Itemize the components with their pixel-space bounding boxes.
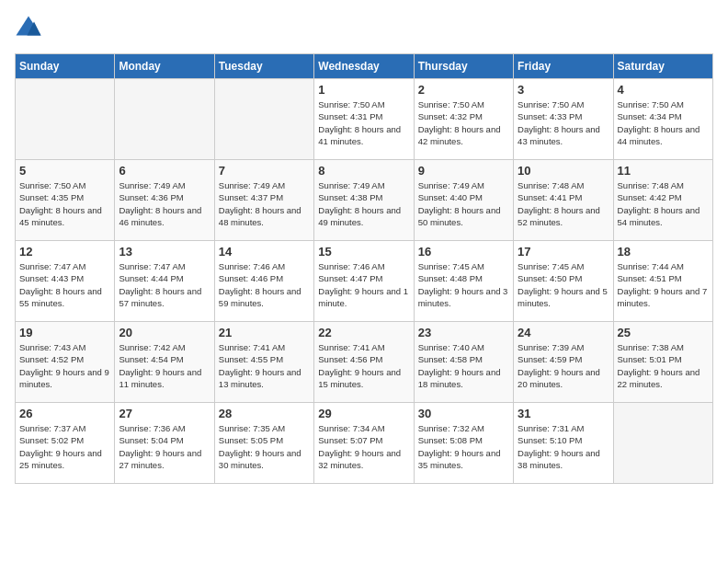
weekday-header-thursday: Thursday — [414, 54, 513, 79]
day-info: Sunrise: 7:41 AM Sunset: 4:56 PM Dayligh… — [318, 341, 409, 390]
day-info: Sunrise: 7:44 AM Sunset: 4:51 PM Dayligh… — [618, 260, 709, 309]
day-info: Sunrise: 7:50 AM Sunset: 4:32 PM Dayligh… — [418, 98, 509, 147]
calendar-cell — [16, 79, 115, 160]
day-number: 23 — [418, 326, 509, 339]
calendar-cell: 22Sunrise: 7:41 AM Sunset: 4:56 PM Dayli… — [314, 322, 414, 403]
calendar-cell: 17Sunrise: 7:45 AM Sunset: 4:50 PM Dayli… — [514, 241, 613, 322]
calendar-cell: 18Sunrise: 7:44 AM Sunset: 4:51 PM Dayli… — [613, 241, 712, 322]
weekday-header-saturday: Saturday — [613, 54, 712, 79]
calendar-cell: 2Sunrise: 7:50 AM Sunset: 4:32 PM Daylig… — [414, 79, 513, 160]
calendar-cell: 4Sunrise: 7:50 AM Sunset: 4:34 PM Daylig… — [613, 79, 712, 160]
day-number: 18 — [618, 245, 709, 259]
day-number: 7 — [219, 164, 310, 178]
day-number: 3 — [518, 83, 609, 97]
weekday-header-monday: Monday — [115, 54, 214, 79]
day-info: Sunrise: 7:46 AM Sunset: 4:46 PM Dayligh… — [219, 260, 310, 309]
calendar-cell: 6Sunrise: 7:49 AM Sunset: 4:36 PM Daylig… — [115, 160, 214, 241]
calendar-cell: 25Sunrise: 7:38 AM Sunset: 5:01 PM Dayli… — [613, 322, 712, 403]
day-info: Sunrise: 7:37 AM Sunset: 5:02 PM Dayligh… — [19, 422, 110, 471]
calendar-cell: 21Sunrise: 7:41 AM Sunset: 4:55 PM Dayli… — [214, 322, 313, 403]
week-row-4: 19Sunrise: 7:43 AM Sunset: 4:52 PM Dayli… — [16, 322, 713, 403]
week-row-2: 5Sunrise: 7:50 AM Sunset: 4:35 PM Daylig… — [16, 160, 713, 241]
calendar-cell: 15Sunrise: 7:46 AM Sunset: 4:47 PM Dayli… — [314, 241, 414, 322]
day-number: 26 — [19, 407, 110, 420]
calendar-cell — [214, 79, 313, 160]
day-number: 6 — [119, 164, 210, 178]
weekday-header-tuesday: Tuesday — [214, 54, 313, 79]
weekday-header-row: SundayMondayTuesdayWednesdayThursdayFrid… — [16, 54, 713, 79]
day-number: 9 — [418, 164, 509, 178]
day-number: 30 — [418, 407, 509, 420]
week-row-5: 26Sunrise: 7:37 AM Sunset: 5:02 PM Dayli… — [16, 403, 713, 484]
calendar-cell: 29Sunrise: 7:34 AM Sunset: 5:07 PM Dayli… — [314, 403, 414, 484]
day-number: 11 — [618, 164, 709, 178]
calendar-cell: 16Sunrise: 7:45 AM Sunset: 4:48 PM Dayli… — [414, 241, 513, 322]
day-info: Sunrise: 7:48 AM Sunset: 4:42 PM Dayligh… — [618, 179, 709, 228]
day-info: Sunrise: 7:49 AM Sunset: 4:36 PM Dayligh… — [119, 179, 210, 228]
day-number: 17 — [518, 245, 609, 259]
week-row-3: 12Sunrise: 7:47 AM Sunset: 4:43 PM Dayli… — [16, 241, 713, 322]
calendar-cell: 26Sunrise: 7:37 AM Sunset: 5:02 PM Dayli… — [16, 403, 115, 484]
day-number: 4 — [618, 83, 709, 97]
day-info: Sunrise: 7:49 AM Sunset: 4:38 PM Dayligh… — [318, 179, 409, 228]
day-number: 19 — [19, 326, 110, 339]
day-info: Sunrise: 7:34 AM Sunset: 5:07 PM Dayligh… — [318, 422, 409, 471]
calendar-cell: 11Sunrise: 7:48 AM Sunset: 4:42 PM Dayli… — [613, 160, 712, 241]
day-number: 25 — [618, 326, 709, 339]
day-number: 28 — [219, 407, 310, 420]
day-info: Sunrise: 7:39 AM Sunset: 4:59 PM Dayligh… — [518, 341, 609, 390]
calendar-cell: 9Sunrise: 7:49 AM Sunset: 4:40 PM Daylig… — [414, 160, 513, 241]
weekday-header-wednesday: Wednesday — [314, 54, 414, 79]
day-info: Sunrise: 7:47 AM Sunset: 4:43 PM Dayligh… — [19, 260, 110, 309]
calendar-cell: 10Sunrise: 7:48 AM Sunset: 4:41 PM Dayli… — [514, 160, 613, 241]
day-info: Sunrise: 7:47 AM Sunset: 4:44 PM Dayligh… — [119, 260, 210, 309]
day-info: Sunrise: 7:41 AM Sunset: 4:55 PM Dayligh… — [219, 341, 310, 390]
calendar-cell: 24Sunrise: 7:39 AM Sunset: 4:59 PM Dayli… — [514, 322, 613, 403]
calendar-cell: 12Sunrise: 7:47 AM Sunset: 4:43 PM Dayli… — [16, 241, 115, 322]
calendar-cell: 13Sunrise: 7:47 AM Sunset: 4:44 PM Dayli… — [115, 241, 214, 322]
day-info: Sunrise: 7:50 AM Sunset: 4:35 PM Dayligh… — [19, 179, 110, 228]
day-info: Sunrise: 7:32 AM Sunset: 5:08 PM Dayligh… — [418, 422, 509, 471]
calendar-cell: 1Sunrise: 7:50 AM Sunset: 4:31 PM Daylig… — [314, 79, 414, 160]
calendar-cell: 28Sunrise: 7:35 AM Sunset: 5:05 PM Dayli… — [214, 403, 313, 484]
calendar-cell: 7Sunrise: 7:49 AM Sunset: 4:37 PM Daylig… — [214, 160, 313, 241]
weekday-header-sunday: Sunday — [16, 54, 115, 79]
day-number: 13 — [119, 245, 210, 259]
week-row-1: 1Sunrise: 7:50 AM Sunset: 4:31 PM Daylig… — [16, 79, 713, 160]
day-number: 21 — [219, 326, 310, 339]
day-number: 15 — [318, 245, 409, 259]
calendar-cell: 23Sunrise: 7:40 AM Sunset: 4:58 PM Dayli… — [414, 322, 513, 403]
day-info: Sunrise: 7:43 AM Sunset: 4:52 PM Dayligh… — [19, 341, 110, 390]
calendar-cell — [115, 79, 214, 160]
day-number: 27 — [119, 407, 210, 420]
day-number: 16 — [418, 245, 509, 259]
day-number: 24 — [518, 326, 609, 339]
day-info: Sunrise: 7:38 AM Sunset: 5:01 PM Dayligh… — [618, 341, 709, 390]
day-number: 22 — [318, 326, 409, 339]
day-number: 1 — [318, 83, 409, 97]
day-info: Sunrise: 7:50 AM Sunset: 4:34 PM Dayligh… — [618, 98, 709, 147]
day-number: 29 — [318, 407, 409, 420]
day-info: Sunrise: 7:45 AM Sunset: 4:50 PM Dayligh… — [518, 260, 609, 309]
day-info: Sunrise: 7:49 AM Sunset: 4:40 PM Dayligh… — [418, 179, 509, 228]
calendar-cell: 27Sunrise: 7:36 AM Sunset: 5:04 PM Dayli… — [115, 403, 214, 484]
day-info: Sunrise: 7:31 AM Sunset: 5:10 PM Dayligh… — [518, 422, 609, 471]
day-info: Sunrise: 7:46 AM Sunset: 4:47 PM Dayligh… — [318, 260, 409, 309]
day-number: 10 — [518, 164, 609, 178]
day-info: Sunrise: 7:50 AM Sunset: 4:33 PM Dayligh… — [518, 98, 609, 147]
day-number: 8 — [318, 164, 409, 178]
calendar-cell: 14Sunrise: 7:46 AM Sunset: 4:46 PM Dayli… — [214, 241, 313, 322]
weekday-header-friday: Friday — [514, 54, 613, 79]
calendar-cell: 30Sunrise: 7:32 AM Sunset: 5:08 PM Dayli… — [414, 403, 513, 484]
day-info: Sunrise: 7:36 AM Sunset: 5:04 PM Dayligh… — [119, 422, 210, 471]
day-number: 2 — [418, 83, 509, 97]
logo-icon — [15, 15, 42, 42]
day-number: 20 — [119, 326, 210, 339]
calendar-cell: 20Sunrise: 7:42 AM Sunset: 4:54 PM Dayli… — [115, 322, 214, 403]
day-info: Sunrise: 7:42 AM Sunset: 4:54 PM Dayligh… — [119, 341, 210, 390]
page-header — [15, 15, 713, 42]
day-info: Sunrise: 7:45 AM Sunset: 4:48 PM Dayligh… — [418, 260, 509, 309]
day-info: Sunrise: 7:48 AM Sunset: 4:41 PM Dayligh… — [518, 179, 609, 228]
day-info: Sunrise: 7:40 AM Sunset: 4:58 PM Dayligh… — [418, 341, 509, 390]
day-info: Sunrise: 7:50 AM Sunset: 4:31 PM Dayligh… — [318, 98, 409, 147]
